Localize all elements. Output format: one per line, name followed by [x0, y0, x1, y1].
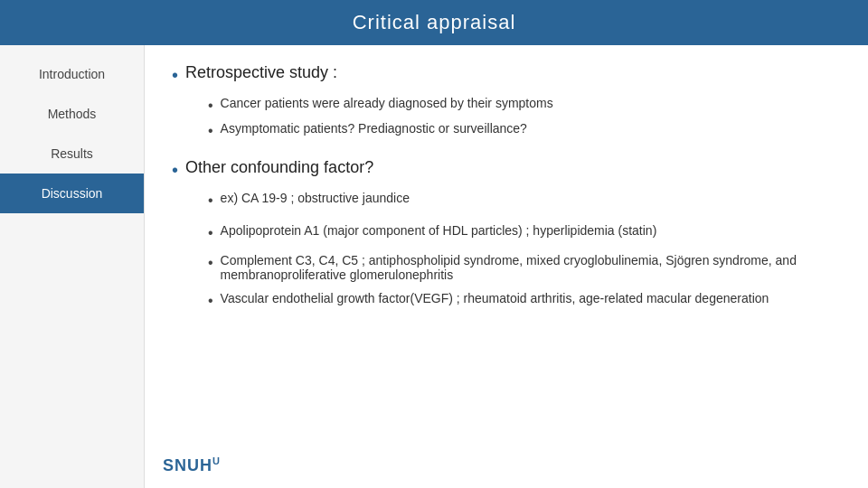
confounding-sub2: • Apolipoprotein A1 (major component of …	[208, 223, 841, 243]
sub-dot-5: •	[208, 253, 213, 273]
confounding-sub1: • ex) CA 19-9 ; obstructive jaundice	[208, 191, 841, 211]
sub-dot-3: •	[208, 191, 213, 211]
bullet-dot-confounding: •	[172, 158, 178, 182]
confounding-section: • Other confounding factor? • ex) CA 19-…	[172, 158, 841, 311]
confounding-sub3: • Complement C3, C4, C5 ; antiphospholip…	[208, 253, 841, 282]
logo-area: SNUHU	[163, 455, 221, 475]
sub-dot-2: •	[208, 121, 213, 141]
sub-dot-4: •	[208, 223, 213, 243]
sub-dot-6: •	[208, 291, 213, 311]
content-area: • Retrospective study : • Cancer patient…	[145, 45, 868, 488]
main-content: Introduction Methods Results Discussion …	[0, 45, 868, 488]
header-title: Critical appraisal	[353, 11, 516, 33]
retrospective-main-bullet: • Retrospective study :	[172, 63, 841, 87]
retrospective-section: • Retrospective study : • Cancer patient…	[172, 63, 841, 142]
sidebar-item-introduction[interactable]: Introduction	[0, 54, 144, 94]
sub-dot-1: •	[208, 96, 213, 116]
retrospective-sub1: • Cancer patients were already diagnosed…	[208, 96, 841, 116]
sidebar: Introduction Methods Results Discussion	[0, 45, 145, 488]
logo-text: SNUHU	[163, 455, 221, 475]
confounding-main-bullet: • Other confounding factor?	[172, 158, 841, 182]
retrospective-label: Retrospective study :	[185, 63, 337, 82]
sidebar-item-results[interactable]: Results	[0, 134, 144, 174]
confounding-sub4: • Vascular endothelial growth factor(VEG…	[208, 291, 841, 311]
retrospective-sub2: • Asymptomatic patients? Prediagnostic o…	[208, 121, 841, 141]
bullet-dot-retrospective: •	[172, 63, 178, 87]
sidebar-item-discussion[interactable]: Discussion	[0, 174, 144, 213]
confounding-label: Other confounding factor?	[185, 158, 373, 177]
logo-superscript: U	[212, 455, 221, 466]
sidebar-item-methods[interactable]: Methods	[0, 94, 144, 134]
page-header: Critical appraisal	[0, 0, 868, 45]
